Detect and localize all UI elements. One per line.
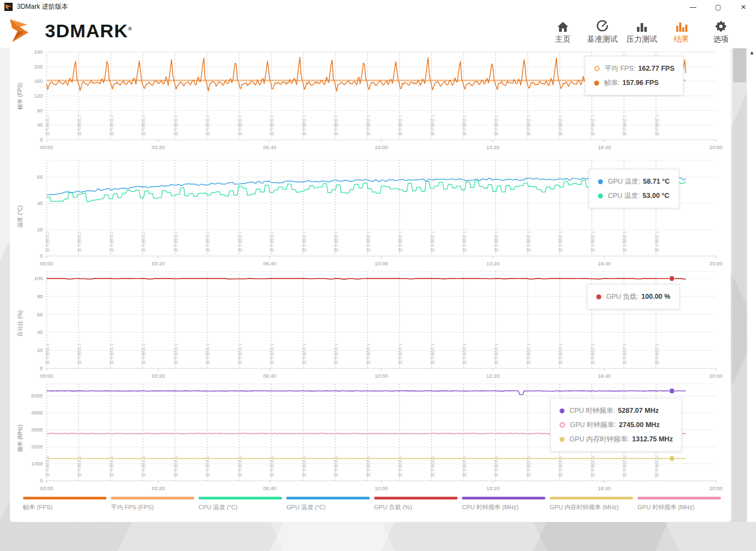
legend-item[interactable]: 平均 FPS (FPS) bbox=[111, 497, 198, 512]
svg-text:20:00: 20:00 bbox=[709, 485, 723, 491]
svg-text:显卡测试 1: 显卡测试 1 bbox=[526, 115, 531, 136]
chart-legend: 帧率 (FPS)平均 FPS (FPS)CPU 温度 (°C)GPU 温度 (°… bbox=[23, 497, 725, 512]
scroll-up-arrow[interactable]: ▲ bbox=[748, 49, 755, 56]
main-nav: 主页 基准测试 压力测试 结果 bbox=[543, 17, 741, 44]
current-value-marker bbox=[669, 388, 675, 394]
legend-item[interactable]: 帧率 (FPS) bbox=[23, 497, 110, 512]
svg-text:40: 40 bbox=[37, 200, 43, 206]
results-panel: 04080120160200240帧率 (FPS)00:0003:2006:40… bbox=[10, 48, 731, 522]
legend-item[interactable]: GPU 负载 (%) bbox=[374, 497, 461, 512]
svg-text:显卡测试 1: 显卡测试 1 bbox=[109, 231, 114, 252]
tooltip-row: GPU 负载:100.00 % bbox=[596, 289, 670, 304]
current-value-marker bbox=[669, 456, 675, 461]
svg-text:03:20: 03:20 bbox=[151, 373, 165, 379]
svg-text:显卡测试 1: 显卡测试 1 bbox=[269, 231, 274, 252]
scrollbar-thumb[interactable] bbox=[733, 48, 746, 82]
tooltip-clocks: CPU 时钟频率:5287.07 MHzGPU 时钟频率:2745.00 MHz… bbox=[550, 398, 682, 452]
svg-text:显卡测试 1: 显卡测试 1 bbox=[526, 343, 531, 365]
tooltip-value: 2745.00 MHz bbox=[619, 421, 659, 429]
nav-item-benchmark[interactable]: 基准测试 bbox=[583, 17, 622, 44]
svg-text:显卡测试 1: 显卡测试 1 bbox=[173, 115, 178, 136]
maximize-button[interactable]: ▢ bbox=[706, 0, 731, 14]
tooltip-value: 100.00 % bbox=[641, 293, 670, 300]
legend-label: GPU 内存时钟频率 (MHz) bbox=[550, 503, 636, 512]
svg-text:显卡测试 1: 显卡测试 1 bbox=[334, 115, 338, 136]
minimize-button[interactable]: — bbox=[680, 0, 706, 14]
svg-text:16:40: 16:40 bbox=[598, 373, 611, 379]
svg-text:显卡测试 1: 显卡测试 1 bbox=[238, 343, 242, 365]
series-dot-icon bbox=[594, 66, 600, 71]
svg-text:2000: 2000 bbox=[31, 444, 43, 450]
current-value-marker bbox=[669, 276, 675, 281]
series-GPU 负载 bbox=[47, 279, 686, 279]
3dmark-window: 3DMark 进阶版本 — ▢ ✕ 3DMARK® 主页 bbox=[0, 0, 756, 551]
svg-text:显卡测试 1: 显卡测试 1 bbox=[590, 231, 595, 252]
result-bars-icon bbox=[662, 17, 701, 32]
svg-text:显卡测试 1: 显卡测试 1 bbox=[366, 343, 371, 365]
tooltip-label: 帧率: bbox=[604, 78, 619, 88]
tooltip-gpu-load: GPU 负载:100.00 % bbox=[587, 284, 680, 309]
svg-text:20:00: 20:00 bbox=[709, 373, 723, 379]
series-CPU 时钟频率 bbox=[47, 391, 686, 395]
tooltip-row: GPU 温度:58.71 °C bbox=[598, 174, 670, 189]
nav-item-options[interactable]: 选项 bbox=[701, 17, 741, 44]
window-title-bar: 3DMark 进阶版本 — ▢ ✕ bbox=[0, 0, 756, 14]
legend-color-bar bbox=[637, 497, 721, 499]
svg-text:显卡测试 1: 显卡测试 1 bbox=[173, 231, 178, 252]
legend-item[interactable]: CPU 温度 (°C) bbox=[199, 497, 285, 512]
tooltip-label: GPU 温度: bbox=[608, 177, 640, 186]
svg-text:显卡测试 1: 显卡测试 1 bbox=[398, 231, 403, 252]
legend-label: CPU 温度 (°C) bbox=[199, 503, 285, 512]
svg-text:显卡测试 1: 显卡测试 1 bbox=[334, 231, 338, 252]
scrollbar-strip bbox=[747, 48, 756, 522]
svg-text:显卡测试 1: 显卡测试 1 bbox=[205, 231, 210, 252]
legend-item[interactable]: GPU 时钟频率 (MHz) bbox=[637, 497, 724, 512]
svg-text:显卡测试 1: 显卡测试 1 bbox=[430, 343, 435, 365]
nav-item-stress-test[interactable]: 压力测试 bbox=[622, 17, 662, 44]
svg-text:显卡测试 1: 显卡测试 1 bbox=[558, 343, 563, 365]
series-dot-icon bbox=[598, 194, 603, 198]
tooltip-label: CPU 温度: bbox=[608, 191, 640, 201]
gauge-icon bbox=[583, 17, 622, 32]
legend-item[interactable]: CPU 时钟频率 (MHz) bbox=[462, 497, 549, 512]
svg-text:显卡测试 1: 显卡测试 1 bbox=[558, 231, 563, 252]
svg-text:显卡测试 1: 显卡测试 1 bbox=[173, 343, 178, 365]
scrollbar-track[interactable] bbox=[733, 48, 746, 522]
svg-text:40: 40 bbox=[37, 122, 43, 128]
3dmark-logo: 3DMARK® bbox=[9, 18, 132, 43]
legend-color-bar bbox=[374, 497, 458, 499]
nav-item-home[interactable]: 主页 bbox=[543, 17, 583, 44]
tooltip-row: CPU 时钟频率:5287.07 MHz bbox=[560, 404, 673, 418]
svg-text:显卡测试 1: 显卡测试 1 bbox=[238, 231, 242, 252]
tooltip-value: 162.77 FPS bbox=[638, 65, 674, 72]
svg-text:240: 240 bbox=[34, 49, 43, 55]
nav-item-results[interactable]: 结果 bbox=[662, 17, 701, 44]
svg-text:16:40: 16:40 bbox=[598, 260, 611, 266]
svg-text:20:00: 20:00 bbox=[709, 260, 723, 266]
svg-text:显卡测试 1: 显卡测试 1 bbox=[109, 343, 114, 365]
svg-text:4000: 4000 bbox=[31, 410, 43, 416]
legend-label: 平均 FPS (FPS) bbox=[111, 503, 198, 512]
svg-text:显卡测试 1: 显卡测试 1 bbox=[302, 231, 307, 252]
bars-icon bbox=[622, 17, 662, 32]
legend-label: 帧率 (FPS) bbox=[23, 503, 110, 512]
svg-text:显卡测试 1: 显卡测试 1 bbox=[558, 115, 563, 136]
svg-text:显卡测试 1: 显卡测试 1 bbox=[141, 343, 146, 365]
svg-text:显卡测试 1: 显卡测试 1 bbox=[141, 231, 146, 252]
svg-text:显卡测试 1: 显卡测试 1 bbox=[302, 343, 307, 365]
svg-text:显卡测试 1: 显卡测试 1 bbox=[269, 343, 274, 365]
window-title: 3DMark 进阶版本 bbox=[17, 2, 680, 12]
svg-text:03:20: 03:20 bbox=[151, 485, 165, 491]
svg-text:06:40: 06:40 bbox=[263, 260, 277, 266]
close-button[interactable]: ✕ bbox=[731, 0, 756, 14]
svg-text:显卡测试 1: 显卡测试 1 bbox=[302, 115, 307, 136]
svg-text:00:00: 00:00 bbox=[40, 373, 53, 379]
legend-item[interactable]: GPU 内存时钟频率 (MHz) bbox=[550, 497, 636, 512]
tooltip-temperature: GPU 温度:58.71 °CCPU 温度:53.00 °C bbox=[589, 169, 679, 208]
svg-text:显卡测试 1: 显卡测试 1 bbox=[622, 231, 627, 252]
tooltip-value: 1312.75 MHz bbox=[632, 435, 673, 443]
legend-item[interactable]: GPU 温度 (°C) bbox=[286, 497, 373, 512]
tooltip-label: 平均 FPS: bbox=[605, 64, 635, 73]
svg-text:00:00: 00:00 bbox=[40, 144, 53, 150]
svg-text:03:20: 03:20 bbox=[151, 260, 165, 266]
